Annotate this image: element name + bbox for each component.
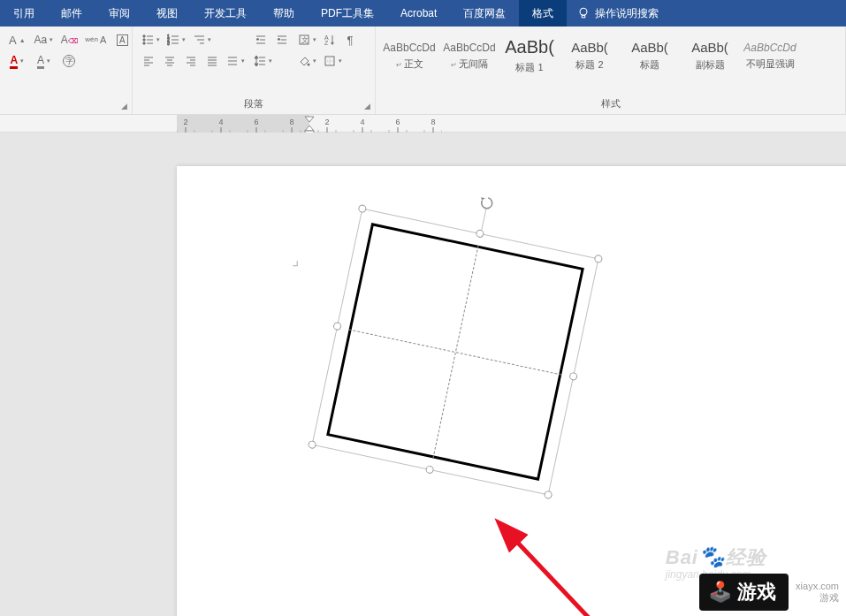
horizontal-ruler[interactable]: 8642246810121416182022242628303234 — [0, 115, 846, 133]
decrease-indent-button[interactable] — [250, 30, 271, 49]
show-marks-button[interactable]: ¶ — [339, 30, 361, 49]
justify-button[interactable] — [202, 51, 223, 71]
increase-indent-button[interactable] — [271, 30, 293, 49]
outdent-icon — [255, 34, 267, 46]
bullets-button[interactable]: ▾ — [138, 30, 164, 49]
svg-text:2: 2 — [324, 118, 329, 126]
annotation-arrow — [477, 502, 698, 616]
align-left-icon — [142, 55, 155, 67]
svg-text:8: 8 — [289, 118, 293, 126]
tab-pdf-tools[interactable]: PDF工具集 — [308, 0, 387, 27]
paint-bucket-icon — [298, 55, 310, 67]
lightbulb-icon — [577, 7, 590, 19]
borders-button[interactable]: ▾ — [320, 51, 346, 71]
distribute-icon — [226, 55, 239, 67]
font-dialog-launcher[interactable]: ◢ — [118, 100, 130, 112]
svg-text:6: 6 — [254, 118, 258, 126]
tab-mail[interactable]: 邮件 — [48, 0, 95, 27]
numbering-button[interactable]: 123▾ — [164, 30, 189, 49]
clear-formatting-button[interactable]: A⌫ — [58, 30, 80, 49]
tab-dev-tools[interactable]: 开发工具 — [191, 0, 260, 27]
enclose-char-button[interactable]: 字 — [58, 51, 80, 71]
svg-point-4 — [143, 39, 145, 41]
indent-icon — [276, 34, 288, 46]
svg-point-56 — [308, 64, 310, 66]
svg-point-0 — [580, 8, 587, 15]
font-color-button[interactable]: A▾ — [5, 51, 29, 71]
change-case-button[interactable]: Aa▾ — [31, 30, 57, 49]
rotate-stem — [481, 209, 486, 231]
line-spacing-button[interactable]: ▾ — [250, 51, 276, 71]
svg-text:Z: Z — [324, 40, 329, 46]
text-cursor-corner: ⌟ — [292, 250, 299, 270]
tell-me-label: 操作说明搜索 — [595, 6, 659, 21]
svg-marker-41 — [278, 38, 280, 40]
paragraph-dialog-launcher[interactable]: ◢ — [361, 100, 373, 112]
shading-button[interactable]: ▾ — [294, 51, 320, 71]
style-subtle-emphasis[interactable]: AaBbCcDd不明显强调 — [742, 30, 798, 81]
bullets-icon — [141, 34, 154, 46]
svg-line-147 — [513, 537, 663, 616]
svg-text:8: 8 — [431, 118, 435, 126]
align-right-icon — [185, 55, 197, 67]
resize-handle-br[interactable] — [544, 491, 553, 500]
highlight-button[interactable]: A▾ — [31, 51, 57, 71]
asian-layout-button[interactable]: 文▾ — [294, 30, 320, 49]
styles-gallery[interactable]: AaBbCcDd↵正文 AaBbCcDd↵无间隔 AaBb(标题 1 AaBb(… — [381, 30, 840, 97]
svg-text:2: 2 — [183, 118, 187, 126]
svg-point-6 — [143, 42, 145, 44]
svg-marker-49 — [255, 64, 258, 66]
sort-button[interactable]: AZ — [320, 30, 339, 49]
svg-marker-37 — [256, 38, 259, 40]
tab-acrobat[interactable]: Acrobat — [387, 0, 450, 27]
tell-me-search[interactable]: 操作说明搜索 — [567, 0, 669, 27]
tab-view[interactable]: 视图 — [143, 0, 191, 27]
svg-rect-1 — [583, 15, 586, 18]
style-heading-1[interactable]: AaBb(标题 1 — [501, 30, 558, 81]
svg-marker-55 — [331, 42, 334, 45]
styles-group-label: 样式 — [381, 97, 840, 112]
svg-text:4: 4 — [218, 118, 223, 126]
rotate-icon — [478, 194, 495, 211]
rotate-handle[interactable] — [477, 194, 496, 212]
style-title[interactable]: AaBb(标题 — [621, 30, 678, 81]
resize-handle-bl[interactable] — [308, 440, 317, 450]
styles-group: AaBbCcDd↵正文 AaBbCcDd↵无间隔 AaBb(标题 1 AaBb(… — [376, 27, 846, 114]
distribute-button[interactable]: ▾ — [223, 51, 248, 71]
tab-help[interactable]: 帮助 — [260, 0, 308, 27]
style-no-spacing[interactable]: AaBbCcDd↵无间隔 — [441, 30, 498, 81]
style-subtitle[interactable]: AaBb(副标题 — [682, 30, 738, 81]
font-group-label — [5, 110, 126, 112]
style-heading-2[interactable]: AaBb(标题 2 — [561, 30, 618, 81]
document-area[interactable]: ⌟ — [0, 133, 846, 616]
style-normal[interactable]: AaBbCcDd↵正文 — [381, 30, 438, 81]
justify-icon — [206, 55, 218, 67]
site-watermark: 🕹️ 游戏 xiayx.com游戏 — [699, 574, 839, 611]
align-left-button[interactable] — [138, 51, 159, 71]
tab-baidu-netdisk[interactable]: 百度网盘 — [450, 0, 519, 27]
paragraph-group-label: 段落 — [138, 97, 370, 112]
selected-shape[interactable] — [327, 224, 583, 480]
svg-text:6: 6 — [395, 118, 400, 126]
ruler-scale: 8642246810121416182022242628303234 — [177, 115, 442, 133]
svg-marker-146 — [480, 197, 485, 201]
align-right-button[interactable] — [180, 51, 202, 71]
multilevel-icon — [193, 34, 205, 46]
page[interactable]: ⌟ — [177, 166, 846, 616]
grow-font-button[interactable]: A▲ — [5, 30, 29, 49]
multilevel-list-button[interactable]: ▾ — [189, 30, 215, 49]
game-icon: 🕹️ — [708, 581, 732, 604]
svg-point-2 — [143, 35, 145, 37]
tab-references[interactable]: 引用 — [0, 0, 48, 27]
tab-format[interactable]: 格式 — [519, 0, 567, 27]
svg-text:3: 3 — [167, 41, 170, 46]
phonetic-guide-button[interactable]: wénA — [81, 30, 110, 49]
resize-handle-b[interactable] — [425, 465, 435, 475]
borders-icon — [324, 55, 336, 67]
svg-text:4: 4 — [360, 118, 364, 126]
ribbon: A▲ A▾ Aa▾ A▾ A⌫ 字 wénA A ◢ — [0, 27, 846, 115]
asian-icon: 文 — [298, 34, 310, 46]
tab-review[interactable]: 审阅 — [95, 0, 143, 27]
align-center-button[interactable] — [159, 51, 180, 71]
char-border-button[interactable]: A — [111, 30, 133, 49]
